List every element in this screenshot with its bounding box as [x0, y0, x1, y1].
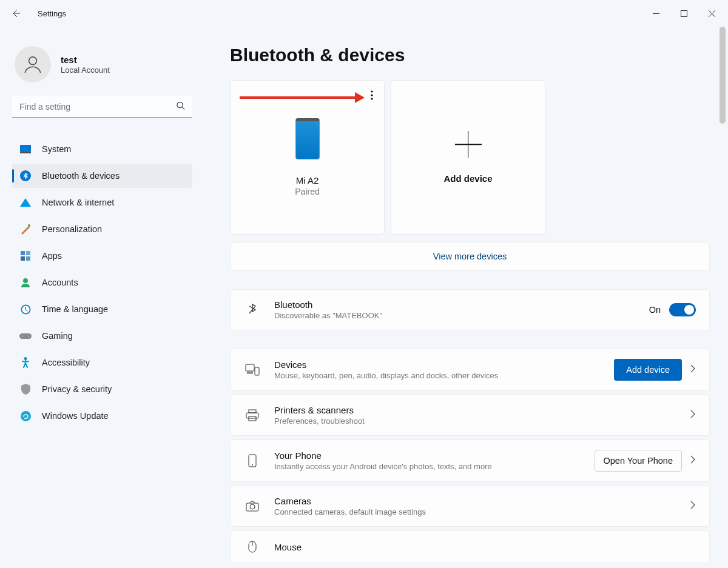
nav-apps[interactable]: Apps: [12, 244, 192, 268]
svg-rect-26: [246, 413, 258, 418]
nav-gaming[interactable]: Gaming: [12, 324, 192, 348]
nav-label: Apps: [42, 251, 62, 261]
row-title: Printers & scanners: [274, 405, 690, 415]
titlebar: Settings: [0, 0, 728, 27]
row-sub: Mouse, keyboard, pen, audio, displays an…: [274, 371, 614, 380]
svg-point-1: [29, 57, 37, 65]
svg-point-20: [371, 94, 372, 96]
add-device-button[interactable]: Add device: [614, 359, 682, 381]
arrow-left-icon: [11, 8, 21, 18]
nav-update[interactable]: Windows Update: [12, 404, 192, 428]
user-block[interactable]: test Local Account: [15, 46, 198, 82]
bluetooth-icon: [19, 170, 32, 182]
toggle-state: On: [649, 305, 661, 315]
nav-time[interactable]: Time & language: [12, 297, 192, 321]
system-icon: [19, 143, 32, 155]
svg-rect-10: [26, 256, 30, 261]
svg-rect-24: [248, 372, 252, 373]
svg-point-15: [22, 336, 23, 337]
nav-label: Bluetooth & devices: [42, 171, 120, 181]
time-icon: [19, 303, 32, 315]
row-mouse[interactable]: Mouse: [230, 530, 710, 563]
close-button[interactable]: [698, 4, 726, 23]
mouse-icon: [244, 541, 261, 553]
main-content: Bluetooth & devices Mi A2 Paired Add dev…: [203, 27, 728, 568]
svg-rect-7: [21, 251, 25, 255]
search-input[interactable]: [12, 96, 192, 118]
printer-icon: [244, 409, 261, 421]
page-title: Bluetooth & devices: [230, 45, 710, 65]
minimize-icon: [653, 10, 659, 17]
row-bluetooth: Bluetooth Discoverable as "MATEBOOK" On: [230, 289, 710, 330]
chevron-right-icon: [690, 364, 696, 375]
nav-personalization[interactable]: Personalization: [12, 217, 192, 241]
update-icon: [19, 410, 32, 422]
accessibility-icon: [19, 356, 32, 369]
add-device-tile[interactable]: Add device: [391, 80, 545, 235]
row-title: Mouse: [274, 542, 696, 552]
maximize-button[interactable]: [670, 4, 698, 23]
nav-privacy[interactable]: Privacy & security: [12, 377, 192, 401]
nav-accounts[interactable]: Accounts: [12, 270, 192, 295]
bluetooth-toggle[interactable]: [669, 303, 696, 316]
svg-point-11: [23, 278, 28, 283]
close-icon: [709, 10, 715, 17]
row-cameras[interactable]: Cameras Connected cameras, default image…: [230, 486, 710, 527]
open-your-phone-button[interactable]: Open Your Phone: [595, 450, 682, 472]
avatar: [15, 46, 51, 82]
bluetooth-outline-icon: [244, 302, 261, 317]
nav-system[interactable]: System: [12, 137, 192, 161]
privacy-icon: [19, 383, 32, 395]
row-devices[interactable]: Devices Mouse, keyboard, pen, audio, dis…: [230, 349, 710, 391]
view-more-devices[interactable]: View more devices: [230, 242, 710, 271]
back-button[interactable]: [2, 0, 29, 27]
svg-rect-0: [681, 10, 687, 16]
device-name: Mi A2: [296, 175, 319, 185]
row-sub: Discoverable as "MATEBOOK": [274, 311, 649, 320]
nav-label: Privacy & security: [42, 384, 112, 394]
chevron-right-icon: [690, 501, 696, 512]
add-device-label: Add device: [443, 173, 492, 184]
svg-point-31: [250, 504, 255, 509]
view-more-label: View more devices: [433, 252, 507, 261]
search-box: [12, 96, 192, 118]
nav-bluetooth[interactable]: Bluetooth & devices: [12, 164, 192, 188]
row-your-phone[interactable]: Your Phone Instantly access your Android…: [230, 439, 710, 482]
network-icon: [19, 196, 32, 209]
user-sub: Local Account: [61, 65, 110, 75]
nav-label: Network & internet: [42, 198, 114, 207]
svg-point-29: [252, 464, 253, 466]
svg-rect-22: [246, 364, 254, 371]
sidebar: test Local Account System Bluetooth & de…: [0, 27, 203, 568]
scrollbar[interactable]: [720, 27, 726, 566]
personalization-icon: [19, 223, 32, 235]
device-status: Paired: [295, 187, 319, 196]
scrollbar-thumb[interactable]: [720, 27, 726, 124]
nav-accessibility[interactable]: Accessibility: [12, 350, 192, 375]
nav-label: Accessibility: [42, 358, 90, 367]
nav-network[interactable]: Network & internet: [12, 190, 192, 215]
phone-outline-icon: [244, 454, 261, 467]
device-tile[interactable]: Mi A2 Paired: [230, 80, 385, 235]
gaming-icon: [19, 330, 32, 342]
app-title: Settings: [38, 9, 66, 18]
row-sub: Preferences, troubleshoot: [274, 416, 690, 426]
user-info: test Local Account: [61, 55, 110, 75]
maximize-icon: [681, 10, 687, 17]
svg-rect-3: [20, 145, 31, 152]
svg-point-18: [21, 411, 31, 421]
svg-rect-4: [20, 152, 31, 153]
window-controls: [642, 4, 726, 23]
svg-rect-14: [19, 333, 32, 339]
row-sub: Connected cameras, default image setting…: [274, 507, 690, 516]
row-title: Devices: [274, 359, 614, 370]
row-printers[interactable]: Printers & scanners Preferences, trouble…: [230, 395, 710, 436]
row-title: Bluetooth: [274, 299, 649, 310]
plus-icon: [455, 131, 482, 158]
nav-label: Accounts: [42, 278, 78, 287]
minimize-button[interactable]: [642, 4, 670, 23]
device-more-button[interactable]: [368, 88, 376, 105]
person-icon: [22, 54, 43, 75]
nav-label: Time & language: [42, 304, 108, 314]
phone-icon: [295, 118, 320, 159]
